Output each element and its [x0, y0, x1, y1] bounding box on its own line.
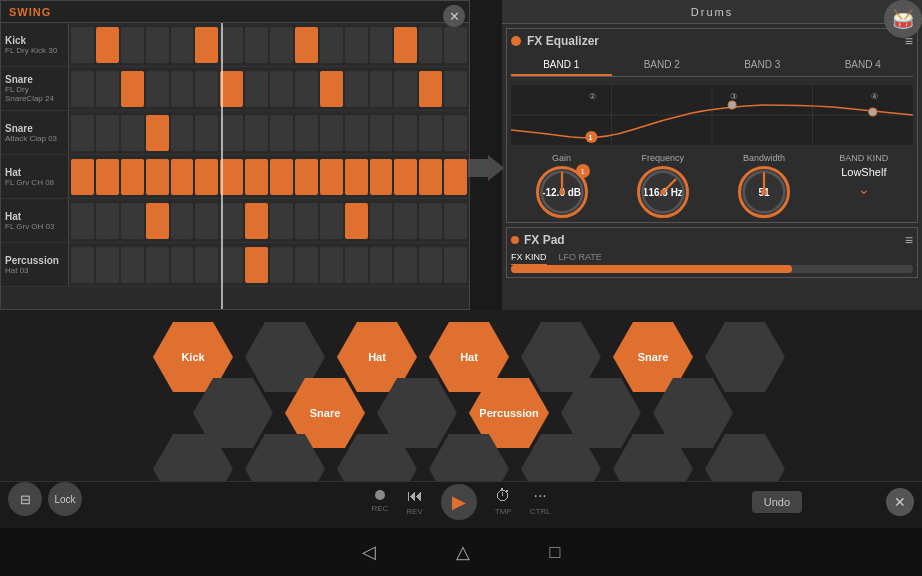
beat[interactable]	[121, 247, 144, 283]
lfo-rate-tab[interactable]: LFO RATE	[559, 252, 602, 265]
beat[interactable]	[121, 159, 144, 195]
beat[interactable]	[295, 27, 318, 63]
beat[interactable]	[245, 71, 268, 107]
beat[interactable]	[270, 115, 293, 151]
beat[interactable]	[220, 115, 243, 151]
beat[interactable]	[245, 115, 268, 151]
beat[interactable]	[394, 115, 417, 151]
recents-button[interactable]: □	[550, 542, 561, 563]
beat[interactable]	[146, 71, 169, 107]
beat[interactable]	[146, 203, 169, 239]
beat[interactable]	[345, 115, 368, 151]
beat[interactable]	[394, 159, 417, 195]
beat[interactable]	[220, 27, 243, 63]
beat[interactable]	[171, 71, 194, 107]
beat[interactable]	[171, 203, 194, 239]
beat[interactable]	[419, 115, 442, 151]
beat[interactable]	[71, 203, 94, 239]
beat[interactable]	[394, 247, 417, 283]
beat[interactable]	[220, 71, 243, 107]
beat[interactable]	[146, 115, 169, 151]
beat[interactable]	[444, 159, 467, 195]
beat[interactable]	[245, 159, 268, 195]
beat[interactable]	[96, 159, 119, 195]
fx-kind-tab[interactable]: FX KIND	[511, 252, 547, 265]
beat[interactable]	[220, 159, 243, 195]
beat[interactable]	[96, 71, 119, 107]
beat[interactable]	[171, 115, 194, 151]
beat[interactable]	[121, 115, 144, 151]
tmp-button[interactable]: ⏱ TMP	[495, 487, 512, 516]
beat[interactable]	[370, 159, 393, 195]
back-button[interactable]: ◁	[362, 541, 376, 563]
beat[interactable]	[444, 115, 467, 151]
beat[interactable]	[220, 247, 243, 283]
beat[interactable]	[345, 159, 368, 195]
lock-button[interactable]: Lock	[48, 482, 82, 516]
beat[interactable]	[96, 115, 119, 151]
beat[interactable]	[444, 71, 467, 107]
beat[interactable]	[394, 203, 417, 239]
beat[interactable]	[195, 115, 218, 151]
beat[interactable]	[320, 203, 343, 239]
beat[interactable]	[71, 71, 94, 107]
beat[interactable]	[345, 71, 368, 107]
beat[interactable]	[295, 71, 318, 107]
beat[interactable]	[195, 159, 218, 195]
beat[interactable]	[171, 247, 194, 283]
beat[interactable]	[121, 71, 144, 107]
beat[interactable]	[96, 27, 119, 63]
beat[interactable]	[444, 247, 467, 283]
beat[interactable]	[245, 247, 268, 283]
beat[interactable]	[345, 203, 368, 239]
beat[interactable]	[146, 247, 169, 283]
beat[interactable]	[444, 27, 467, 63]
beat[interactable]	[195, 27, 218, 63]
beat[interactable]	[270, 27, 293, 63]
beat[interactable]	[220, 203, 243, 239]
beat[interactable]	[320, 115, 343, 151]
bandwidth-knob[interactable]: 51	[738, 166, 790, 218]
beat[interactable]	[96, 247, 119, 283]
beat[interactable]	[370, 71, 393, 107]
beat[interactable]	[71, 115, 94, 151]
beat[interactable]	[320, 71, 343, 107]
beat[interactable]	[419, 203, 442, 239]
rev-button[interactable]: ⏮ REV	[406, 487, 422, 516]
beat[interactable]	[419, 27, 442, 63]
undo-button[interactable]: Undo	[752, 491, 802, 513]
beat[interactable]	[419, 247, 442, 283]
beat[interactable]	[270, 71, 293, 107]
band-tab-4[interactable]: BAND 4	[813, 55, 914, 76]
beat[interactable]	[121, 27, 144, 63]
gain-knob[interactable]: -12.0 dB 1	[536, 166, 588, 218]
beat[interactable]	[71, 159, 94, 195]
band-kind-dropdown-icon[interactable]: ⌄	[858, 181, 870, 197]
close-sequencer-button[interactable]: ✕	[443, 5, 465, 27]
close-right-button[interactable]: ✕	[886, 488, 914, 516]
band-tab-3[interactable]: BAND 3	[712, 55, 813, 76]
beat[interactable]	[195, 203, 218, 239]
beat[interactable]	[121, 203, 144, 239]
freq-knob[interactable]: 116.3 Hz	[637, 166, 689, 218]
beat[interactable]	[245, 203, 268, 239]
beat[interactable]	[96, 203, 119, 239]
beat[interactable]	[320, 247, 343, 283]
beat[interactable]	[345, 27, 368, 63]
beat[interactable]	[146, 159, 169, 195]
beat[interactable]	[370, 247, 393, 283]
beat[interactable]	[295, 159, 318, 195]
beat[interactable]	[245, 27, 268, 63]
beat[interactable]	[320, 159, 343, 195]
band-tab-1[interactable]: BAND 1	[511, 55, 612, 76]
fx-pad-menu-icon[interactable]: ≡	[905, 232, 913, 248]
rec-button[interactable]: REC	[371, 490, 388, 513]
beat[interactable]	[171, 159, 194, 195]
beat[interactable]	[146, 27, 169, 63]
ctrl-button[interactable]: ··· CTRL	[530, 487, 551, 516]
beat[interactable]	[295, 115, 318, 151]
beat[interactable]	[370, 115, 393, 151]
beat[interactable]	[171, 27, 194, 63]
beat[interactable]	[295, 247, 318, 283]
mixer-button[interactable]: ⊟	[8, 482, 42, 516]
